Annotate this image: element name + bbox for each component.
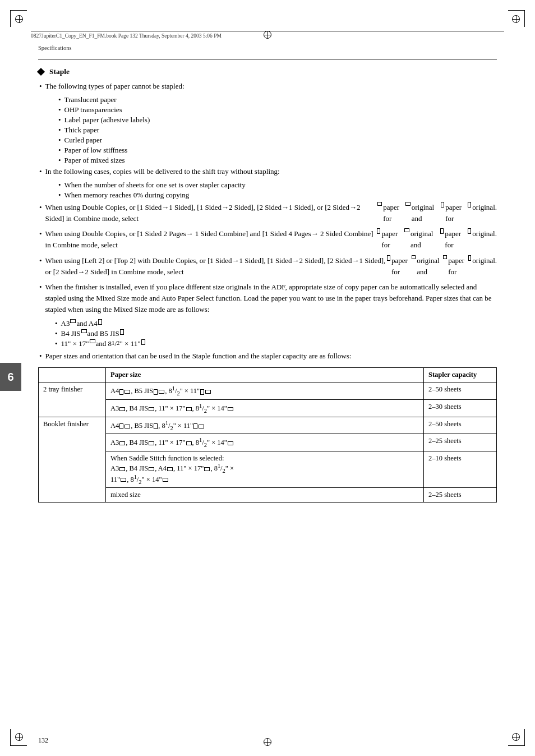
header-filename: 0827JupiterC1_Copy_EN_F1_FM.book Page 13… [31,33,222,39]
table-header-stapler-capacity: Stapler capacity [424,368,497,382]
para-5: Paper sizes and orientation that can be … [38,351,497,362]
reg-mark-bottom-center [264,738,271,746]
table-cell-capacity-4: 2–25 sheets [424,434,497,451]
table-cell-capacity-6: 2–25 sheets [424,488,497,503]
list-item-low-stiffness: Paper of low stiffness [58,146,497,155]
paper-icon-landscape-2 [405,202,410,206]
list-item-label: Label paper (adhesive labels) [58,116,497,125]
list-item-11x17: 11" × 17" and 81/2" × 11" [55,339,497,348]
list-item-a3-a4: A3 and A4 [55,319,497,328]
table-cell-paper-size-1: A4, B5 JIS, 81/2" × 11" [106,382,424,400]
para-4: When the finisher is installed, even if … [38,282,497,315]
table-cell-paper-size-3: A4, B5 JIS, 81/2" × 11" [106,417,424,434]
list-item-mixed-sizes: Paper of mixed sizes [58,156,497,165]
shift-tray-list: In the following cases, copies will be d… [38,167,497,176]
header-bar: 0827JupiterC1_Copy_EN_F1_FM.book Page 13… [31,31,504,39]
table-cell-booklet-finisher: Booklet finisher [39,417,106,503]
table-row: mixed size 2–25 sheets [39,488,497,503]
page-number: 132 [38,736,48,745]
cannot-staple-sub-list: Translucent paper OHP transparencies Lab… [47,95,497,165]
paper-icon-portrait-3 [377,228,380,234]
table-header-paper-size: Paper size [106,368,424,382]
table-row: When Saddle Stitch function is selected:… [39,451,497,488]
paper-icon-landscape-1 [377,202,382,206]
para-3: When using [Left 2] or [Top 2] with Doub… [38,255,497,278]
table-cell-paper-size-4: A3, B4 JIS, 11" × 17", 81/2" × 14" [106,434,424,451]
list-item-b4-b5: B4 JIS and B5 JIS [55,329,497,338]
table-row: Booklet finisher A4, B5 JIS, 81/2" × 11"… [39,417,497,434]
paper-icon-portrait-1 [441,202,444,208]
breadcrumb-divider [38,59,497,59]
main-content: Specifications Staple The following type… [38,45,497,722]
mixed-size-list: A3 and A4 B4 JIS and B5 JIS 11" × 17" an… [38,319,497,348]
list-item-translucent: Translucent paper [58,95,497,104]
cannot-staple-intro: The following types of paper cannot be s… [45,82,185,91]
table-cell-capacity-2: 2–30 sheets [424,400,497,417]
reg-mark-tl [15,15,24,24]
table-cell-paper-size-5: When Saddle Stitch function is selected:… [106,451,424,488]
list-item-cannot-staple: The following types of paper cannot be s… [38,82,497,91]
chapter-number: 6 [7,371,13,384]
list-item-curled: Curled paper [58,136,497,145]
table-header-type [39,368,106,382]
paper-icon-portrait-4 [440,228,444,234]
paper-icon-landscape-4 [412,255,416,259]
section-heading: Staple [38,67,497,76]
table-cell-capacity-1: 2–50 sheets [424,382,497,400]
paper-icon-portrait-7 [468,255,472,261]
paper-icon-portrait-5 [468,228,471,234]
paper-icon-landscape-5 [443,255,448,259]
shift-tray-sub-list: When the number of sheets for one set is… [47,181,497,200]
diamond-icon [37,68,45,76]
main-bullet-list: The following types of paper cannot be s… [38,82,497,91]
breadcrumb: Specifications [38,45,497,51]
section-title: Staple [49,67,70,76]
list-item-memory-0: When memory reaches 0% during copying [58,191,497,200]
paper-icon-landscape-3 [404,228,409,232]
list-item-thick: Thick paper [58,126,497,135]
table-cell-capacity-3: 2–50 sheets [424,417,497,434]
para-2: When using Double Copies, or [1 Sided 2 … [38,228,497,251]
list-item-shift-tray: In the following cases, copies will be d… [38,167,497,176]
specs-table: Paper size Stapler capacity 2 tray finis… [38,367,497,503]
paper-icon-portrait-6 [387,255,390,261]
table-row: A3, B4 JIS, 11" × 17", 81/2" × 14" 2–30 … [39,400,497,417]
table-cell-tray-finisher: 2 tray finisher [39,382,106,417]
table-cell-paper-size-6: mixed size [106,488,424,503]
reg-mark-tr [511,15,520,24]
para-1: When using Double Copies, or [1 Sided→1 … [38,202,497,224]
reg-mark-bl [15,732,24,741]
paper-icon-portrait-2 [468,202,471,208]
reg-mark-br [511,732,520,741]
list-item-over-capacity: When the number of sheets for one set is… [58,181,497,190]
table-cell-paper-size-2: A3, B4 JIS, 11" × 17", 81/2" × 14" [106,400,424,417]
shift-tray-intro: In the following cases, copies will be d… [45,167,280,176]
table-row: 2 tray finisher A4, B5 JIS, 81/2" × 11" … [39,382,497,400]
table-row: A3, B4 JIS, 11" × 17", 81/2" × 14" 2–25 … [39,434,497,451]
list-item-ohp: OHP transparencies [58,105,497,114]
chapter-tab: 6 [0,363,21,391]
table-cell-capacity-5: 2–10 sheets [424,451,497,488]
